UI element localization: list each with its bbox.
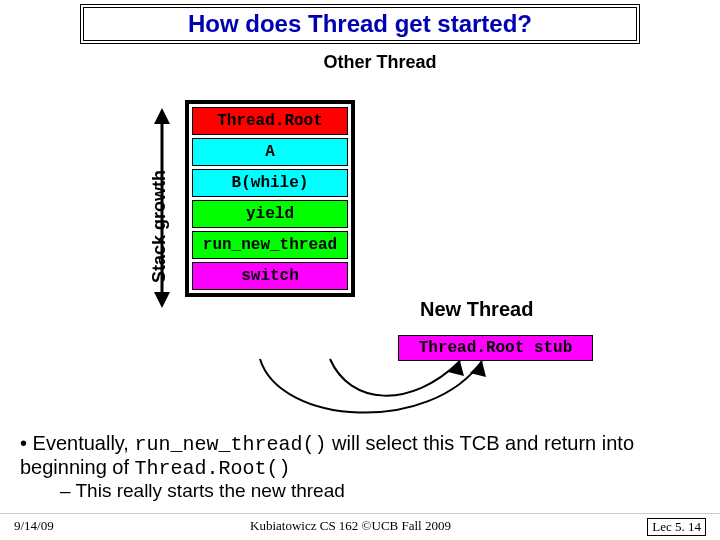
title-frame: How does Thread get started? — [80, 4, 640, 44]
other-thread-label: Other Thread — [40, 52, 720, 73]
stack-cell: run_new_thread — [192, 231, 348, 259]
bullet-list: • Eventually, run_new_thread() will sele… — [20, 432, 710, 502]
footer-divider — [0, 513, 720, 514]
transition-arrows — [200, 355, 540, 435]
stack-cell: A — [192, 138, 348, 166]
stack-cell: B(while) — [192, 169, 348, 197]
svg-marker-3 — [470, 361, 486, 377]
stack-growth-label: Stack growth — [149, 170, 170, 283]
svg-marker-2 — [154, 108, 170, 124]
new-thread-label: New Thread — [420, 298, 533, 321]
bullet-text: Eventually, — [33, 432, 135, 454]
stack-cell: switch — [192, 262, 348, 290]
footer: 9/14/09 Kubiatowicz CS 162 ©UCB Fall 200… — [0, 518, 720, 536]
code-span: run_new_thread() — [134, 433, 326, 456]
footer-lec: Lec 5. 14 — [647, 518, 706, 536]
svg-marker-1 — [154, 292, 170, 308]
stack-box: Thread.Root A B(while) yield run_new_thr… — [185, 100, 355, 297]
footer-center: Kubiatowicz CS 162 ©UCB Fall 2009 — [250, 518, 451, 536]
footer-date: 9/14/09 — [14, 518, 54, 536]
page-title: How does Thread get started? — [188, 10, 532, 37]
stack-cell: yield — [192, 200, 348, 228]
code-span: Thread.Root() — [135, 457, 291, 480]
stack-cell: Thread.Root — [192, 107, 348, 135]
stack-area: Stack growth Thread.Root A B(while) yiel… — [185, 100, 355, 297]
bullet-sub: – This really starts the new thread — [60, 480, 710, 502]
bullet-main: • Eventually, run_new_thread() will sele… — [20, 432, 710, 480]
title-inner: How does Thread get started? — [83, 7, 637, 41]
bullet-sub-text: This really starts the new thread — [76, 480, 345, 501]
